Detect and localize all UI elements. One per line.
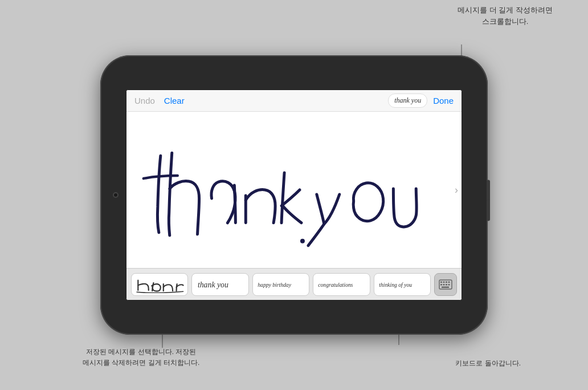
annotation-top-right: 메시지를 더 길게 작성하려면스크롤합니다. xyxy=(458,5,553,27)
preset-happy-birthday[interactable]: happy birthday xyxy=(252,273,309,296)
svg-rect-15 xyxy=(448,281,450,283)
svg-text:happy birthday: happy birthday xyxy=(258,282,291,288)
undo-button[interactable]: Undo xyxy=(134,96,155,105)
screen: Undo Clear thank you Done xyxy=(126,90,462,300)
camera-lens xyxy=(113,192,119,198)
toolbar: Undo Clear thank you Done xyxy=(126,90,462,112)
toolbar-left: Undo Clear xyxy=(134,96,185,105)
drawing-area[interactable]: › xyxy=(126,112,462,268)
svg-text:thank you: thank you xyxy=(198,281,228,289)
annotation-bottom-left: 저장된 메시지를 선택합니다. 저장된메시지를 삭제하려면 길게 터치합니다. xyxy=(83,347,199,368)
svg-rect-19 xyxy=(448,284,450,286)
keyboard-button[interactable] xyxy=(434,273,457,296)
preset-bar: thank you happy birthday congratulations xyxy=(126,268,462,300)
scene: 메시지를 더 길게 작성하려면스크롤합니다. 저장된 메시지를 선택합니다. 저… xyxy=(0,0,588,390)
preset-thank-you-svg: thank you xyxy=(195,275,246,292)
clear-button[interactable]: Clear xyxy=(164,96,185,105)
preset-thinking-of-you[interactable]: thinking of you xyxy=(374,273,431,296)
svg-rect-17 xyxy=(443,284,445,286)
svg-point-6 xyxy=(300,239,305,243)
preset-thinking-of-you-svg: thinking of you xyxy=(377,275,428,292)
toolbar-right: thank you Done xyxy=(388,94,454,108)
svg-rect-20 xyxy=(442,286,449,288)
annotation-bottom-right: 키보드로 돌아갑니다. xyxy=(455,358,521,368)
device: Undo Clear thank you Done xyxy=(100,55,488,335)
svg-rect-14 xyxy=(446,281,447,283)
handwriting-svg xyxy=(126,112,462,268)
svg-text:thinking of you: thinking of you xyxy=(379,282,412,288)
svg-rect-16 xyxy=(440,284,442,286)
preview-bubble: thank you xyxy=(388,94,427,108)
svg-rect-13 xyxy=(443,281,445,283)
preset-happy-birthday-svg: happy birthday xyxy=(256,275,307,292)
done-button[interactable]: Done xyxy=(433,96,454,105)
scroll-arrow: › xyxy=(455,184,458,196)
preset-congratulations[interactable]: congratulations xyxy=(313,273,370,296)
preset-thank-you[interactable]: thank you xyxy=(191,273,248,296)
svg-text:congratulations: congratulations xyxy=(318,282,353,288)
preset-congratulations-svg: congratulations xyxy=(316,275,367,292)
svg-rect-18 xyxy=(446,284,447,286)
preset-hello[interactable] xyxy=(131,273,188,296)
side-button-home[interactable] xyxy=(487,200,490,221)
preset-hello-svg xyxy=(134,275,185,292)
keyboard-icon xyxy=(439,279,452,290)
svg-rect-12 xyxy=(440,281,442,283)
